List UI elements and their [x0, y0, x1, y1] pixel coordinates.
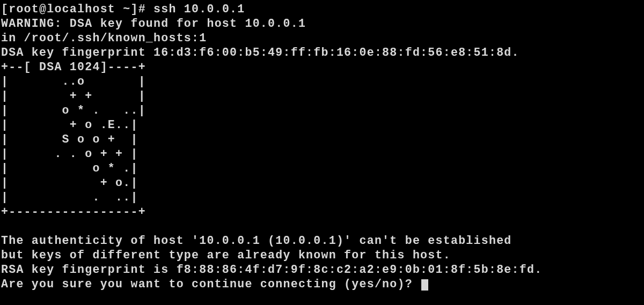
prompt-symbol: # [138, 3, 146, 16]
auth-line-2: but keys of different type are already k… [1, 249, 451, 262]
randomart-row: | o * . ..| [1, 104, 146, 117]
shell-prompt: [root@localhost ~]# [1, 3, 153, 16]
prompt-cwd: ~ [123, 3, 130, 16]
auth-line-1: The authenticity of host '10.0.0.1 (10.0… [1, 234, 512, 247]
rsa-fingerprint-line: RSA key fingerprint is f8:88:86:4f:d7:9f… [1, 263, 542, 276]
randomart-footer: +-----------------+ [1, 205, 146, 218]
randomart-row: | + o.| [1, 176, 138, 189]
randomart-row: | + + | [1, 90, 146, 102]
prompt-user: root [9, 3, 39, 16]
dsa-fingerprint: 16:d3:f6:00:b5:49:ff:fb:16:0e:88:fd:56:e… [153, 46, 519, 59]
rsa-label: RSA key fingerprint is [1, 263, 169, 276]
randomart-row: | o * .| [1, 162, 138, 175]
prompt-host: localhost [47, 3, 115, 16]
randomart-row: | . ..| [1, 191, 138, 204]
rsa-fingerprint: f8:88:86:4f:d7:9f:8c:c2:a2:e9:0b:01:8f:5… [177, 263, 543, 276]
warning-line-2: in /root/.ssh/known_hosts:1 [1, 32, 207, 44]
continue-prompt[interactable]: Are you sure you want to continue connec… [1, 278, 420, 291]
randomart-row: | ..o | [1, 75, 146, 88]
warning-line-1: WARNING: DSA key found for host 10.0.0.1 [1, 17, 306, 30]
randomart-header: +--[ DSA 1024]----+ [1, 61, 146, 73]
randomart-row: | + o .E..| [1, 118, 138, 131]
dsa-fingerprint-line: DSA key fingerprint 16:d3:f6:00:b5:49:ff… [1, 46, 519, 59]
cursor [421, 279, 428, 291]
terminal-output[interactable]: [root@localhost ~]# ssh 10.0.0.1 WARNING… [0, 0, 644, 294]
randomart-row: | . . o + + | [1, 147, 138, 160]
randomart-row: | S o o + | [1, 133, 138, 146]
command-text: ssh 10.0.0.1 [153, 3, 245, 16]
dsa-label: DSA key fingerprint [1, 46, 146, 59]
